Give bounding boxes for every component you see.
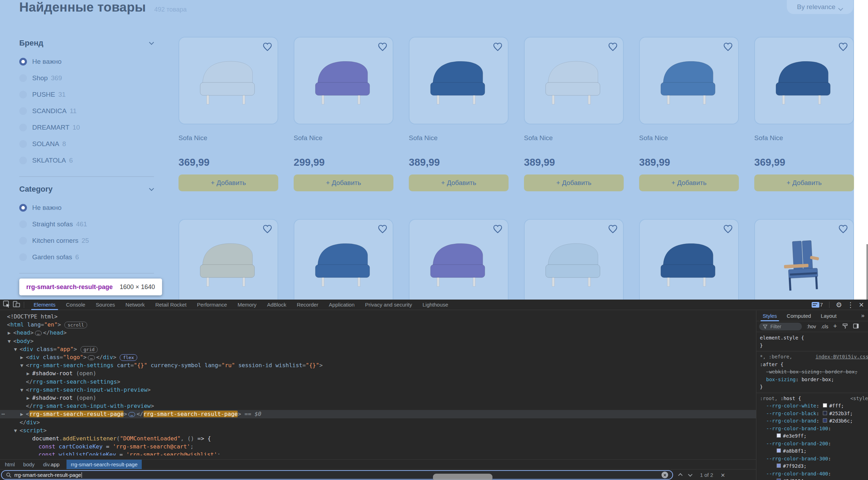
product-image-box[interactable] — [294, 37, 393, 124]
settings-gear-icon[interactable]: ⚙ — [836, 301, 842, 308]
collapsed-ellipsis-badge[interactable]: … — [128, 412, 135, 417]
filter-option[interactable]: SCANDICA11 — [19, 103, 154, 119]
add-to-cart-button[interactable]: + Добавить — [754, 174, 854, 191]
style-rule-line[interactable]: #3d5194; — [756, 478, 868, 480]
product-image-box[interactable] — [524, 219, 624, 300]
layout-badge[interactable]: flex — [120, 354, 137, 361]
styles-filter-input[interactable]: Filter — [759, 323, 802, 330]
style-rule-line[interactable]: --rrg-color-brand: #2d3b6c; — [756, 417, 868, 425]
filter-option[interactable]: Kitchen corners25 — [19, 232, 154, 249]
radio-button[interactable] — [19, 157, 27, 164]
style-rule-line[interactable]: element.style { — [756, 334, 868, 342]
filter-option[interactable]: SOLANA8 — [19, 136, 154, 152]
devtools-tab-lighthouse[interactable]: Lighthouse — [417, 300, 453, 310]
devtools-tab-performance[interactable]: Performance — [192, 300, 232, 310]
dom-tree-line[interactable]: ▼<rrg-smart-search-settings cart="{}" cu… — [0, 361, 756, 369]
devtools-tab-elements[interactable]: Elements — [28, 300, 61, 310]
paint-brush-icon[interactable] — [842, 323, 848, 330]
chevron-down-icon[interactable] — [149, 186, 154, 191]
devtools-tab-recorder[interactable]: Recorder — [292, 300, 324, 310]
product-image-box[interactable] — [409, 219, 509, 300]
dom-tree-line[interactable]: ▼<rrg-smart-search-input-with-preview> — [0, 386, 756, 394]
breadcrumb-item[interactable]: html — [4, 460, 16, 469]
style-rule-line[interactable]: --rrg-color-black: #252b3f; — [756, 410, 868, 418]
favorite-heart-icon[interactable] — [723, 42, 733, 53]
favorite-heart-icon[interactable] — [608, 42, 618, 53]
filter-option[interactable]: DREAMART10 — [19, 119, 154, 136]
product-image-box[interactable] — [754, 219, 854, 300]
product-image-box[interactable] — [639, 37, 739, 124]
style-rule-line[interactable]: --rrg-color-brand-100: — [756, 425, 868, 433]
color-swatch[interactable] — [823, 418, 827, 423]
dom-tree-line[interactable]: ▶#shadow-root (open) — [0, 394, 756, 402]
radio-button[interactable] — [19, 124, 27, 131]
dom-tree-line[interactable]: document.addEventListener("DOMContentLoa… — [0, 434, 756, 443]
style-rule-line[interactable]: --rrg-color-brand-400: — [756, 470, 868, 478]
devtools-tab-retail-rocket[interactable]: Retail Rocket — [150, 300, 192, 310]
devtools-tab-network[interactable]: Network — [120, 300, 150, 310]
style-rule-line[interactable]: *, :before,index-BVt0i5iv.css: — [756, 353, 868, 361]
product-image-box[interactable] — [639, 219, 739, 300]
stylesheet-link[interactable]: <style — [850, 395, 868, 403]
close-devtools-icon[interactable]: × — [859, 301, 864, 309]
product-name[interactable]: Sofa Nice — [524, 134, 624, 142]
dom-tree-line[interactable]: ▼<script> — [0, 426, 756, 434]
style-rule-line[interactable]: :root, :host {<style — [756, 395, 868, 403]
tree-expand-arrow[interactable]: ▼ — [20, 362, 23, 370]
style-rule-line[interactable]: } — [756, 342, 868, 350]
tree-collapse-arrow[interactable]: ▶ — [27, 370, 29, 378]
add-to-cart-button[interactable]: + Добавить — [524, 174, 624, 191]
dom-tree-line[interactable]: ▶<head>…</head> — [0, 329, 756, 337]
layout-badge[interactable]: grid — [80, 346, 98, 353]
color-swatch[interactable] — [777, 479, 781, 480]
product-image-box[interactable] — [754, 37, 854, 124]
product-name[interactable]: Sofa Nice — [754, 134, 854, 142]
product-image-box[interactable] — [524, 37, 624, 124]
tree-expand-arrow[interactable]: ▼ — [14, 427, 17, 435]
favorite-heart-icon[interactable] — [377, 42, 388, 53]
console-messages-button[interactable]: 7 — [812, 302, 823, 308]
favorite-heart-icon[interactable] — [492, 224, 503, 235]
product-image-box[interactable] — [178, 37, 278, 124]
devtools-tab-console[interactable]: Console — [61, 300, 91, 310]
dom-tree-line[interactable]: ▶#shadow-root (open) — [0, 369, 756, 377]
style-rule-line[interactable]: --rrg-color-brand-200: — [756, 440, 868, 448]
add-to-cart-button[interactable]: + Добавить — [178, 174, 278, 191]
product-image-box[interactable] — [294, 219, 393, 300]
filter-option[interactable]: SKLATOLA6 — [19, 152, 154, 169]
favorite-heart-icon[interactable] — [262, 42, 273, 53]
tree-collapse-arrow[interactable]: ▶ — [20, 354, 23, 362]
toggle-classes-button[interactable]: .cls — [821, 324, 828, 329]
favorite-heart-icon[interactable] — [723, 224, 733, 235]
favorite-heart-icon[interactable] — [262, 224, 273, 235]
filter-option[interactable]: Garden sofas6 — [19, 249, 154, 265]
favorite-heart-icon[interactable] — [492, 42, 503, 53]
product-name[interactable]: Sofa Nice — [409, 134, 509, 142]
add-to-cart-button[interactable]: + Добавить — [294, 174, 393, 191]
radio-button[interactable] — [19, 74, 27, 82]
dom-tree-line[interactable]: ⋯▶<rrg-smart-search-result-page>…</rrg-s… — [0, 410, 756, 418]
stylesheet-link[interactable]: index-BVt0i5iv.css: — [816, 353, 868, 361]
filter-option[interactable]: Не важно — [19, 199, 154, 216]
favorite-heart-icon[interactable] — [838, 42, 848, 53]
color-swatch[interactable] — [823, 411, 827, 415]
devtools-tab-memory[interactable]: Memory — [232, 300, 262, 310]
dom-tree-line[interactable]: const wishlistCookieKey = 'rrg-smart-sea… — [0, 451, 756, 455]
radio-button[interactable] — [19, 253, 27, 261]
clear-search-icon[interactable]: × — [662, 472, 668, 478]
dom-tree-line[interactable]: </div> — [0, 418, 756, 426]
product-name[interactable]: Sofa Nice — [294, 134, 393, 142]
dom-tree-line[interactable]: </rrg-smart-search-settings> — [0, 378, 756, 386]
product-image-box[interactable] — [409, 37, 509, 124]
filter-option[interactable]: PUSHE31 — [19, 86, 154, 103]
dom-tree-line[interactable]: <!DOCTYPE html> — [0, 313, 756, 321]
styles-tab-layout[interactable]: Layout — [817, 310, 841, 321]
color-swatch[interactable] — [823, 403, 827, 407]
add-to-cart-button[interactable]: + Добавить — [409, 174, 509, 191]
style-rule-line[interactable]: :after { — [756, 361, 868, 369]
add-to-cart-button[interactable]: + Добавить — [639, 174, 739, 191]
radio-button[interactable] — [19, 237, 27, 245]
style-rule-line[interactable]: -webkit-box-sizing: border-box; — [756, 368, 868, 376]
dom-tree-line[interactable]: const cartCookieKey = 'rrg-smart-search@… — [0, 443, 756, 451]
tree-expand-arrow[interactable]: ▼ — [20, 386, 23, 394]
